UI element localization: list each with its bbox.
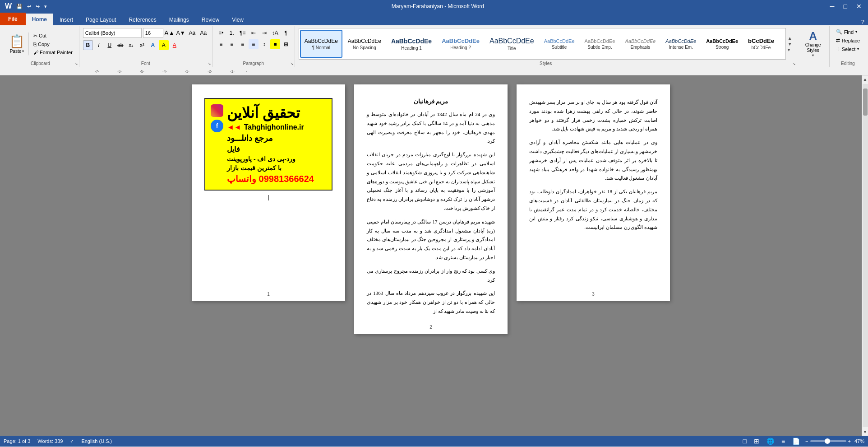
dropdown-quick-icon[interactable]: ▾ bbox=[43, 4, 48, 9]
scroll-down-button[interactable]: ▼ bbox=[862, 428, 868, 436]
maximize-icon[interactable]: □ bbox=[841, 3, 850, 10]
tab-references[interactable]: References bbox=[122, 14, 162, 25]
tab-page-layout[interactable]: Page Layout bbox=[79, 14, 122, 25]
zoom-controls: − + 47% bbox=[805, 438, 864, 444]
scroll-thumb[interactable] bbox=[863, 88, 868, 116]
replace-button[interactable]: ⇄ Replace bbox=[833, 37, 863, 44]
tab-home[interactable]: Home bbox=[26, 14, 53, 25]
styles-group-label: Styles bbox=[540, 60, 552, 66]
font-format-row: B I U ab x₂ x² A A A bbox=[83, 40, 208, 50]
style-heading2[interactable]: AaBbCcDdEe Heading 2 bbox=[437, 30, 484, 58]
tab-insert[interactable]: Insert bbox=[53, 14, 79, 25]
styles-scroll-up-button[interactable]: ▲ bbox=[788, 36, 792, 41]
font-size-decrease-button[interactable]: A▼ bbox=[176, 28, 186, 38]
tab-mailings[interactable]: Mailings bbox=[163, 14, 195, 25]
font-name-row: A▲ A▼ Aa Aa bbox=[83, 28, 208, 38]
style-heading2-preview: AaBbCcDdEe bbox=[442, 37, 480, 44]
styles-expand-button[interactable]: ▾ bbox=[788, 47, 792, 52]
undo-quick-icon[interactable]: ↩ bbox=[26, 4, 32, 9]
redo-quick-icon[interactable]: ↪ bbox=[34, 4, 41, 9]
zoom-out-button[interactable]: − bbox=[805, 438, 808, 444]
close-icon[interactable]: ✕ bbox=[854, 3, 864, 10]
style-intense-em[interactable]: AaBbCcDdEe Intense Em. bbox=[661, 30, 701, 58]
style-strong[interactable]: AaBbCcDdEe Strong bbox=[702, 30, 743, 58]
style-normal[interactable]: AaBbCcDdEe ¶ Normal bbox=[300, 30, 342, 58]
spell-check-icon[interactable]: ✓ bbox=[70, 438, 74, 444]
decrease-indent-button[interactable]: ⇤ bbox=[249, 28, 259, 38]
font-color-button[interactable]: A bbox=[170, 40, 180, 50]
style-no-spacing[interactable]: AaBbCcDdEe No Spacing bbox=[343, 30, 386, 58]
paste-button[interactable]: 📋 Paste ▾ bbox=[5, 32, 29, 56]
font-expander-icon[interactable]: ↘ bbox=[208, 61, 211, 66]
style-heading1[interactable]: AaBbCcDdEe Heading 1 bbox=[387, 30, 436, 58]
clipboard-small-buttons: ✂ Cut ⎘ Copy 🖌 Format Painter bbox=[31, 32, 75, 56]
superscript-button[interactable]: x² bbox=[137, 40, 147, 50]
underline-button[interactable]: U bbox=[105, 40, 115, 50]
borders-button[interactable]: ⊞ bbox=[281, 39, 291, 49]
font-size-input[interactable] bbox=[143, 28, 163, 38]
document-area: تحقیق آنلاین Tahghighonline.ir ◄◄ مرجع د… bbox=[0, 75, 862, 436]
instagram-icon bbox=[211, 104, 223, 117]
justify-button[interactable]: ≡ bbox=[249, 39, 259, 49]
draft-button[interactable]: 📄 bbox=[790, 437, 802, 446]
align-center-button[interactable]: ≡ bbox=[227, 39, 237, 49]
styles-expander-icon[interactable]: ↘ bbox=[792, 61, 796, 66]
styles-scroll-down-button[interactable]: ▼ bbox=[788, 42, 792, 47]
change-styles-group: A ChangeStyles ▾ bbox=[797, 26, 830, 67]
web-layout-button[interactable]: 🌐 bbox=[765, 437, 776, 446]
style-strong-preview: AaBbCcDdEe bbox=[706, 38, 738, 44]
subscript-button[interactable]: x₂ bbox=[126, 40, 136, 50]
font-size-increase-button[interactable]: A▲ bbox=[165, 28, 175, 38]
text-effects-button[interactable]: A bbox=[148, 40, 158, 50]
numbering-button[interactable]: 1. bbox=[227, 28, 237, 38]
styles-container: AaBbCcDdEe ¶ Normal AaBbCcDdEe No Spacin… bbox=[299, 28, 793, 60]
cut-button[interactable]: ✂ Cut bbox=[31, 32, 75, 40]
outline-button[interactable]: ≡ bbox=[780, 437, 787, 446]
align-right-button[interactable]: ≡ bbox=[238, 39, 248, 49]
tab-file[interactable]: File bbox=[0, 13, 26, 25]
align-left-button[interactable]: ≡ bbox=[216, 39, 226, 49]
full-reading-button[interactable]: ⊞ bbox=[752, 437, 761, 446]
copy-button[interactable]: ⎘ Copy bbox=[31, 41, 75, 48]
minimize-icon[interactable]: ─ bbox=[827, 3, 837, 10]
zoom-level[interactable]: 47% bbox=[854, 438, 864, 444]
help-icon[interactable]: ? bbox=[861, 19, 864, 25]
bold-button[interactable]: B bbox=[83, 40, 93, 50]
show-marks-button[interactable]: ¶ bbox=[281, 28, 291, 38]
font-name-input[interactable] bbox=[83, 28, 142, 38]
print-layout-button[interactable]: □ bbox=[741, 437, 748, 446]
clear-format-button[interactable]: Aa bbox=[187, 28, 197, 38]
style-title[interactable]: AaBbCcDdEe Title bbox=[485, 30, 539, 58]
style-heading1-preview: AaBbCcDdEe bbox=[391, 37, 432, 45]
style-subtitle[interactable]: AaBbCcDdEe Subtitle bbox=[540, 30, 579, 58]
sort-button[interactable]: ↕A bbox=[270, 28, 280, 38]
save-quick-icon[interactable]: 💾 bbox=[15, 4, 24, 9]
clipboard-expander-icon[interactable]: ↘ bbox=[74, 61, 78, 66]
line-spacing-button[interactable]: ↕ bbox=[259, 39, 269, 49]
strikethrough-button[interactable]: ab bbox=[115, 40, 125, 50]
text-case-button[interactable]: Aa bbox=[199, 28, 208, 38]
shading-button[interactable]: ■ bbox=[270, 39, 280, 49]
style-subtle-emp[interactable]: AaBbCcDdEe Subtle Emp. bbox=[580, 30, 620, 58]
scroll-track[interactable] bbox=[863, 84, 868, 427]
tab-view[interactable]: View bbox=[226, 14, 250, 25]
scroll-up-button[interactable]: ▲ bbox=[862, 75, 868, 83]
select-button[interactable]: ⊹ Select ▾ bbox=[833, 45, 863, 53]
style-emphasis-label: Emphasis bbox=[630, 45, 650, 50]
style-bccdde[interactable]: bCcDdEe bCcDdEe bbox=[743, 30, 779, 58]
style-no-spacing-preview: AaBbCcDdEe bbox=[348, 38, 381, 44]
zoom-slider[interactable] bbox=[810, 440, 846, 442]
format-painter-button[interactable]: 🖌 Format Painter bbox=[31, 49, 75, 56]
text-highlight-button[interactable]: A bbox=[159, 40, 169, 50]
tab-review[interactable]: Review bbox=[195, 14, 226, 25]
change-styles-button[interactable]: A ChangeStyles ▾ bbox=[801, 28, 826, 59]
bullets-button[interactable]: ≡• bbox=[216, 28, 226, 38]
zoom-in-button[interactable]: + bbox=[848, 438, 851, 444]
increase-indent-button[interactable]: ⇥ bbox=[259, 28, 269, 38]
style-emphasis[interactable]: AaBbCcDdEe Emphasis bbox=[620, 30, 660, 58]
paragraph-expander-icon[interactable]: ↘ bbox=[290, 61, 294, 66]
italic-button[interactable]: I bbox=[94, 40, 104, 50]
language[interactable]: English (U.S.) bbox=[81, 438, 112, 444]
find-button[interactable]: 🔍 Find ▾ bbox=[833, 28, 863, 36]
multilevel-button[interactable]: ¶≡ bbox=[238, 28, 248, 38]
